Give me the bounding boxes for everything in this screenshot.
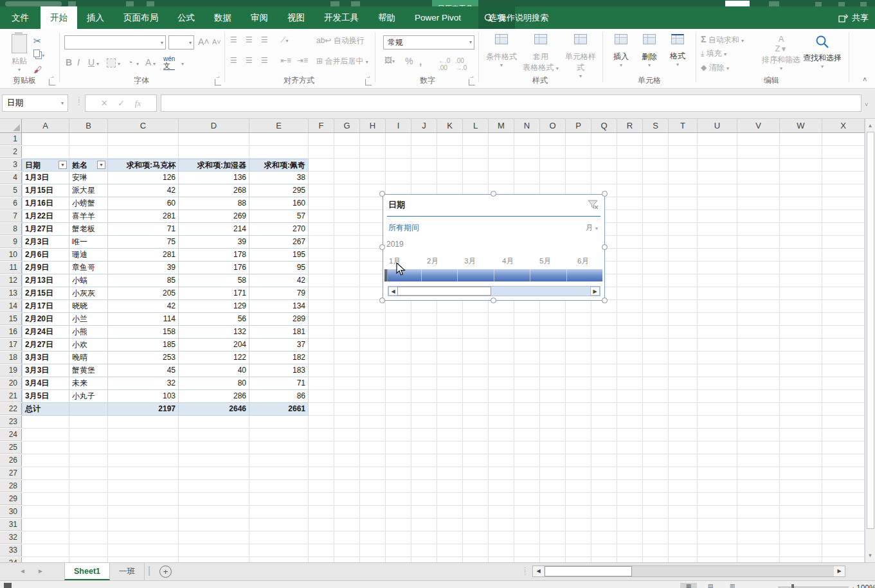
percent-style-button[interactable]: % (405, 56, 413, 66)
format-painter-icon[interactable]: 🖌 (33, 65, 42, 75)
row-header-19[interactable]: 19 (0, 364, 22, 377)
ribbon-tab-开始[interactable]: 开始 (41, 6, 77, 29)
ribbon-tab-审阅[interactable]: 审阅 (241, 6, 278, 29)
font-color-icon[interactable]: A (145, 57, 151, 67)
conditional-formatting-button[interactable]: 条件格式▾ (483, 34, 519, 68)
merge-center-button[interactable]: ⊞ 合并后居中 ▾ (316, 56, 368, 67)
redo-icon[interactable] (147, 1, 154, 6)
timeline-scroll-thumb[interactable] (397, 287, 491, 296)
column-header-O[interactable]: O (540, 119, 566, 132)
slicer-resize-handle[interactable] (602, 191, 608, 197)
ribbon-tab-帮助[interactable]: 帮助 (368, 6, 405, 29)
minimize-button[interactable] (815, 2, 822, 6)
row-header-26[interactable]: 26 (0, 454, 22, 467)
column-header-E[interactable]: E (249, 119, 309, 132)
row-header-2[interactable]: 2 (0, 146, 22, 158)
enter-icon[interactable]: ✓ (118, 98, 125, 108)
ribbon-tab-公式[interactable]: 公式 (168, 6, 204, 29)
align-left-icon[interactable]: ☰ (230, 56, 237, 65)
borders-dropdown[interactable]: ▾ (118, 61, 120, 67)
sheet-nav-right-icon[interactable]: ► (37, 567, 44, 575)
tabbar-resize-handle[interactable]: ⋮⋮ (522, 568, 528, 575)
orientation-icon[interactable]: ⟋▾ (280, 35, 288, 44)
date-filter-dropdown[interactable]: ▼ (59, 161, 67, 169)
row-header-5[interactable]: 5 (0, 184, 22, 197)
column-header-G[interactable]: G (334, 119, 360, 132)
timeline-month-4月[interactable]: 4月 (502, 256, 514, 266)
fill-button[interactable]: ⤓ 填充 ▾ (701, 48, 726, 59)
autosave-toggle[interactable] (5, 1, 62, 6)
delete-cells-button[interactable]: 删除▾ (636, 34, 662, 68)
sheet-nav-left-icon[interactable]: ◄ (19, 567, 26, 575)
wrap-text-button[interactable]: ab↩ 自动换行 (316, 35, 365, 46)
slicer-resize-handle[interactable] (491, 298, 496, 303)
zoom-slider[interactable] (778, 587, 849, 587)
slicer-resize-handle[interactable] (602, 244, 608, 250)
zoom-level[interactable]: 100% (856, 584, 875, 588)
timeline-month-2月[interactable]: 2月 (427, 256, 438, 266)
tell-me-search[interactable]: 操作说明搜索 (484, 6, 548, 29)
ribbon-tab-数据[interactable]: 数据 (204, 6, 241, 29)
sheet-tab-一班[interactable]: 一班 (110, 563, 145, 580)
timeline-period-label[interactable]: 所有期间 (388, 222, 419, 233)
insert-function-icon[interactable]: fx (135, 98, 141, 108)
formula-bar-expand-icon[interactable]: ˅ (865, 102, 868, 108)
row-header-30[interactable]: 30 (0, 506, 22, 518)
find-select-button[interactable]: 查找和选择▾ (802, 34, 842, 69)
timeline-month-5月[interactable]: 5月 (539, 256, 551, 266)
row-header-17[interactable]: 17 (0, 339, 22, 351)
zoom-slider-thumb[interactable] (791, 584, 794, 588)
column-header-Q[interactable]: Q (591, 119, 617, 132)
zoom-out-icon[interactable]: − (769, 585, 773, 588)
vertical-scrollbar[interactable]: ▲ ▼ (865, 119, 875, 562)
row-header-1[interactable]: 1 (0, 133, 22, 145)
slicer-resize-handle[interactable] (379, 191, 385, 197)
bold-button[interactable]: B (66, 57, 72, 67)
ribbon-tab-开发工具[interactable]: 开发工具 (314, 6, 368, 29)
underline-dropdown[interactable]: ▾ (96, 61, 99, 67)
avatar[interactable] (769, 1, 779, 6)
column-header-B[interactable]: B (69, 119, 108, 132)
row-header-18[interactable]: 18 (0, 352, 22, 364)
pivot-cell[interactable]: 求和项:佩奇 (249, 159, 309, 172)
timeline-scrollbar[interactable]: ◀ ▶ (388, 286, 600, 296)
row-header-32[interactable]: 32 (0, 531, 22, 544)
format-as-table-button[interactable]: 套用表格格式 ▾ (522, 34, 559, 73)
cell-styles-button[interactable]: 单元格样式▾ (562, 34, 599, 79)
pivot-cell[interactable]: 求和项:马克杯 (108, 159, 179, 172)
alignment-dialog-launcher[interactable] (365, 79, 372, 85)
align-middle-icon[interactable]: ☰ (246, 35, 253, 44)
font-size-combo[interactable]: ▾ (168, 35, 194, 49)
sort-filter-button[interactable]: AZ▼ 排序和筛选▾ (761, 34, 801, 71)
column-header-M[interactable]: M (489, 119, 514, 132)
select-all-corner[interactable] (0, 119, 22, 132)
increase-decimal-icon[interactable]: ←.0.00 (438, 57, 450, 71)
comma-style-button[interactable]: , (419, 56, 422, 67)
titlebar-icon[interactable] (351, 1, 360, 6)
slicer-resize-handle[interactable] (491, 191, 496, 197)
column-header-L[interactable]: L (463, 119, 489, 132)
borders-icon[interactable] (107, 58, 116, 67)
insert-cells-button[interactable]: 插入▾ (608, 34, 634, 68)
ribbon-tab-页面布局[interactable]: 页面布局 (114, 6, 168, 29)
decrease-font-icon[interactable]: A˅ (212, 38, 221, 46)
phonetic-guide-icon[interactable]: wén文 (163, 56, 175, 70)
close-button[interactable] (860, 2, 867, 6)
row-header-12[interactable]: 12 (0, 274, 22, 287)
column-header-N[interactable]: N (514, 119, 540, 132)
row-header-29[interactable]: 29 (0, 493, 22, 505)
ribbon-tab-视图[interactable]: 视图 (278, 6, 314, 29)
share-button[interactable]: 共享 (838, 6, 869, 29)
row-header-25[interactable]: 25 (0, 441, 22, 454)
row-header-8[interactable]: 8 (0, 223, 22, 235)
new-sheet-button[interactable]: + (159, 566, 172, 578)
row-header-21[interactable]: 21 (0, 390, 22, 402)
row-header-3[interactable]: 3 (0, 159, 22, 171)
slicer-resize-handle[interactable] (379, 298, 385, 303)
column-header-P[interactable]: P (566, 119, 591, 132)
vertical-scroll-thumb[interactable] (867, 132, 874, 529)
number-dialog-launcher[interactable] (469, 79, 475, 85)
slicer-resize-handle[interactable] (379, 244, 385, 250)
formula-input[interactable] (161, 94, 861, 112)
decrease-decimal-icon[interactable]: .00→.0 (455, 57, 467, 71)
